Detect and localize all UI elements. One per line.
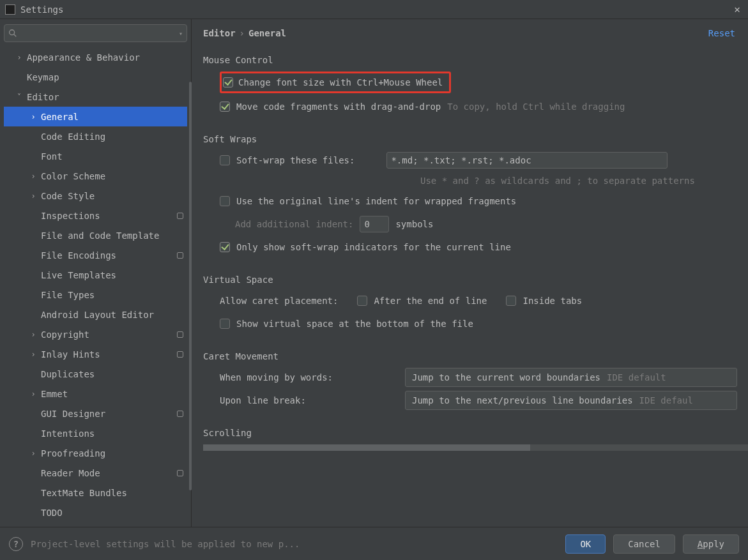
sidebar-item-label: File Types xyxy=(41,290,183,300)
sidebar-item-proofreading[interactable]: ›Proofreading xyxy=(4,443,187,463)
sidebar-item-android-layout-editor[interactable]: Android Layout Editor xyxy=(4,305,187,324)
apply-button[interactable]: Apply xyxy=(683,534,739,554)
checkbox-caret-end-of-line[interactable] xyxy=(357,296,367,306)
footer: ? Project-level settings will be applied… xyxy=(0,527,748,560)
sidebar-item-font[interactable]: Font xyxy=(4,146,187,166)
checkbox-drag-drop-fragments[interactable] xyxy=(220,102,230,112)
titlebar: Settings ✕ xyxy=(0,0,748,19)
chevron-down-icon[interactable]: ˅ xyxy=(15,93,23,101)
softwrap-patterns-input[interactable] xyxy=(386,152,668,169)
checkbox-label[interactable]: Use the original line's indent for wrapp… xyxy=(236,196,516,206)
select-line-break[interactable]: Jump to the next/previous line boundarie… xyxy=(405,391,737,410)
sidebar-item-copyright[interactable]: ›Copyright xyxy=(4,324,187,344)
checkbox-label[interactable]: Inside tabs xyxy=(523,296,582,306)
checkbox-original-indent[interactable] xyxy=(220,196,230,206)
reset-link[interactable]: Reset xyxy=(708,28,735,38)
sidebar-item-editor[interactable]: ˅Editor xyxy=(4,87,187,107)
sidebar-item-label: Reader Mode xyxy=(41,468,173,478)
sidebar-item-label: File and Code Template xyxy=(41,231,183,241)
sidebar-item-label: Editor xyxy=(27,92,183,102)
chevron-right-icon[interactable]: › xyxy=(29,172,37,180)
cancel-button[interactable]: Cancel xyxy=(613,534,675,554)
sidebar-item-file-types[interactable]: File Types xyxy=(4,285,187,305)
sidebar-item-live-templates[interactable]: Live Templates xyxy=(4,265,187,285)
search-input[interactable] xyxy=(20,28,176,38)
sidebar-item-general[interactable]: ›General xyxy=(4,107,187,126)
chevron-placeholder xyxy=(29,133,37,140)
sidebar-item-file-and-code-template[interactable]: File and Code Template xyxy=(4,225,187,245)
ok-button[interactable]: OK xyxy=(565,534,606,554)
project-level-badge-icon xyxy=(177,331,183,338)
chevron-placeholder xyxy=(29,370,37,378)
sidebar-item-color-scheme[interactable]: ›Color Scheme xyxy=(4,166,187,186)
sidebar-item-file-encodings[interactable]: File Encodings xyxy=(4,245,187,265)
section-title: Caret Movement xyxy=(203,351,748,361)
breadcrumb-root[interactable]: Editor xyxy=(203,28,236,38)
checkbox-font-size-mousewheel[interactable] xyxy=(223,77,233,87)
search-icon xyxy=(8,29,17,38)
sidebar-item-label: Proofreading xyxy=(41,448,183,458)
sidebar-item-keymap[interactable]: Keymap xyxy=(4,67,187,87)
help-icon[interactable]: ? xyxy=(9,537,23,551)
label-when-moving-by-words: When moving by words: xyxy=(220,372,386,382)
window-title: Settings xyxy=(20,4,731,15)
sidebar-item-textmate-bundles[interactable]: TextMate Bundles xyxy=(4,483,187,503)
chevron-right-icon[interactable]: › xyxy=(29,331,37,338)
label-symbols: symbols xyxy=(395,219,433,229)
select-word-boundaries[interactable]: Jump to the current word boundaries IDE … xyxy=(405,368,737,387)
chevron-placeholder xyxy=(29,469,37,477)
sidebar-item-label: Emmet xyxy=(41,389,183,399)
content-scroll[interactable]: Mouse Control Change font size with Ctrl… xyxy=(203,50,748,527)
search-dropdown-icon[interactable]: ▾ xyxy=(179,30,183,37)
scrollbar-thumb[interactable] xyxy=(203,444,530,451)
sidebar-item-appearance-behavior[interactable]: ›Appearance & Behavior xyxy=(4,47,187,67)
checkbox-label[interactable]: Change font size with Ctrl+Mouse Wheel xyxy=(238,77,443,87)
chevron-right-icon[interactable]: › xyxy=(29,351,37,358)
chevron-right-icon[interactable]: › xyxy=(29,192,37,200)
svg-point-0 xyxy=(10,30,15,35)
additional-indent-input[interactable] xyxy=(360,216,389,232)
section-title: Scrolling xyxy=(203,428,748,438)
sidebar-item-duplicates[interactable]: Duplicates xyxy=(4,364,187,384)
project-level-badge-icon xyxy=(177,213,183,219)
main-panel: Editor › General Reset Mouse Control Cha… xyxy=(192,19,748,527)
label-additional-indent: Add additional indent: xyxy=(235,219,353,229)
checkbox-label[interactable]: After the end of line xyxy=(374,296,487,306)
search-input-wrap[interactable]: ▾ xyxy=(4,24,187,42)
close-icon[interactable]: ✕ xyxy=(731,3,743,15)
sidebar-item-todo[interactable]: TODO xyxy=(4,503,187,522)
chevron-placeholder xyxy=(29,311,37,319)
checkbox-label[interactable]: Move code fragments with drag-and-drop xyxy=(236,102,441,112)
checkbox-softwrap-files[interactable] xyxy=(220,155,230,165)
sidebar-item-intentions[interactable]: Intentions xyxy=(4,423,187,443)
sidebar-item-inlay-hints[interactable]: ›Inlay Hints xyxy=(4,344,187,364)
sidebar-item-reader-mode[interactable]: Reader Mode xyxy=(4,463,187,483)
sidebar-item-label: Code Style xyxy=(41,191,183,201)
sidebar-item-code-editing[interactable]: Code Editing xyxy=(4,126,187,146)
sidebar-item-gui-designer[interactable]: GUI Designer xyxy=(4,404,187,423)
sidebar-item-inspections[interactable]: Inspections xyxy=(4,206,187,225)
sidebar-item-emmet[interactable]: ›Emmet xyxy=(4,384,187,404)
chevron-placeholder xyxy=(29,489,37,497)
chevron-placeholder xyxy=(29,271,37,279)
select-value: Jump to the current word boundaries xyxy=(412,372,600,382)
checkbox-caret-inside-tabs[interactable] xyxy=(506,296,516,306)
sidebar-item-code-style[interactable]: ›Code Style xyxy=(4,186,187,206)
checkbox-virtual-space-bottom[interactable] xyxy=(220,319,230,329)
checkbox-label[interactable]: Only show soft-wrap indicators for the c… xyxy=(236,242,511,252)
sidebar-item-label: Duplicates xyxy=(41,369,183,379)
sidebar-item-label: Android Layout Editor xyxy=(41,310,183,320)
horizontal-scrollbar[interactable] xyxy=(203,444,748,451)
breadcrumb: Editor › General Reset xyxy=(203,28,748,38)
project-level-badge-icon xyxy=(177,351,183,358)
app-icon xyxy=(5,4,15,15)
checkbox-label[interactable]: Show virtual space at the bottom of the … xyxy=(236,319,473,329)
sidebar-item-label: Font xyxy=(41,151,183,162)
select-suffix: IDE defaul xyxy=(639,395,693,405)
chevron-right-icon[interactable]: › xyxy=(15,54,23,61)
checkbox-softwrap-indicators[interactable] xyxy=(220,242,230,252)
chevron-right-icon[interactable]: › xyxy=(29,390,37,398)
checkbox-label[interactable]: Soft-wrap these files: xyxy=(236,155,355,165)
chevron-right-icon[interactable]: › xyxy=(29,113,37,121)
chevron-right-icon[interactable]: › xyxy=(29,450,37,457)
